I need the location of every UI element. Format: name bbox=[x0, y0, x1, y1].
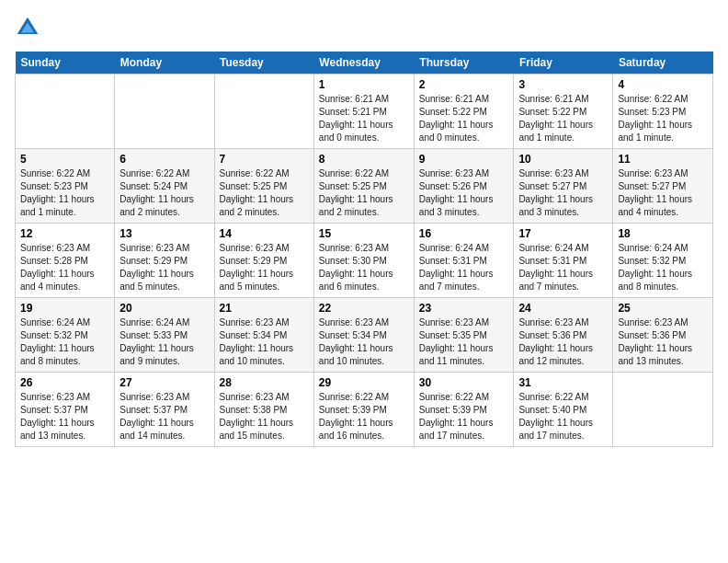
day-info: Sunrise: 6:21 AM Sunset: 5:21 PM Dayligh… bbox=[319, 93, 409, 144]
day-info: Sunrise: 6:22 AM Sunset: 5:25 PM Dayligh… bbox=[220, 167, 309, 219]
day-number: 2 bbox=[419, 78, 509, 91]
calendar-cell bbox=[214, 75, 313, 149]
calendar-week-row: 1Sunrise: 6:21 AM Sunset: 5:21 PM Daylig… bbox=[16, 75, 713, 149]
calendar-cell: 11Sunrise: 6:23 AM Sunset: 5:27 PM Dayli… bbox=[613, 149, 713, 224]
day-of-week-header: Thursday bbox=[414, 52, 514, 75]
calendar-cell: 27Sunrise: 6:23 AM Sunset: 5:37 PM Dayli… bbox=[115, 373, 214, 447]
day-number: 13 bbox=[119, 227, 209, 240]
day-of-week-header: Monday bbox=[115, 52, 214, 75]
calendar-cell: 6Sunrise: 6:22 AM Sunset: 5:24 PM Daylig… bbox=[115, 149, 214, 224]
calendar-header-row: SundayMondayTuesdayWednesdayThursdayFrid… bbox=[16, 52, 713, 75]
day-number: 1 bbox=[319, 78, 409, 91]
calendar-cell: 24Sunrise: 6:23 AM Sunset: 5:36 PM Dayli… bbox=[514, 298, 613, 373]
calendar-cell: 16Sunrise: 6:24 AM Sunset: 5:31 PM Dayli… bbox=[414, 224, 514, 298]
calendar-cell: 22Sunrise: 6:23 AM Sunset: 5:34 PM Dayli… bbox=[313, 298, 414, 373]
day-info: Sunrise: 6:22 AM Sunset: 5:23 PM Dayligh… bbox=[618, 93, 708, 144]
calendar-cell: 13Sunrise: 6:23 AM Sunset: 5:29 PM Dayli… bbox=[115, 224, 214, 298]
day-number: 22 bbox=[319, 302, 409, 315]
day-info: Sunrise: 6:23 AM Sunset: 5:35 PM Dayligh… bbox=[419, 316, 509, 368]
calendar-cell: 30Sunrise: 6:22 AM Sunset: 5:39 PM Dayli… bbox=[414, 373, 514, 447]
day-number: 29 bbox=[319, 376, 409, 389]
calendar-week-row: 19Sunrise: 6:24 AM Sunset: 5:32 PM Dayli… bbox=[16, 298, 713, 373]
day-number: 25 bbox=[618, 302, 708, 315]
day-info: Sunrise: 6:22 AM Sunset: 5:39 PM Dayligh… bbox=[419, 391, 509, 442]
day-info: Sunrise: 6:24 AM Sunset: 5:32 PM Dayligh… bbox=[20, 316, 109, 368]
calendar-cell: 18Sunrise: 6:24 AM Sunset: 5:32 PM Dayli… bbox=[613, 224, 713, 298]
calendar-cell: 21Sunrise: 6:23 AM Sunset: 5:34 PM Dayli… bbox=[214, 298, 313, 373]
day-of-week-header: Wednesday bbox=[313, 52, 414, 75]
day-info: Sunrise: 6:23 AM Sunset: 5:36 PM Dayligh… bbox=[618, 316, 708, 368]
day-of-week-header: Tuesday bbox=[214, 52, 313, 75]
calendar-cell: 4Sunrise: 6:22 AM Sunset: 5:23 PM Daylig… bbox=[613, 75, 713, 149]
calendar-table: SundayMondayTuesdayWednesdayThursdayFrid… bbox=[15, 52, 713, 447]
logo-icon bbox=[15, 15, 40, 40]
calendar-cell: 28Sunrise: 6:23 AM Sunset: 5:38 PM Dayli… bbox=[214, 373, 313, 447]
day-info: Sunrise: 6:23 AM Sunset: 5:36 PM Dayligh… bbox=[518, 316, 608, 368]
calendar-cell: 23Sunrise: 6:23 AM Sunset: 5:35 PM Dayli… bbox=[414, 298, 514, 373]
calendar-cell: 25Sunrise: 6:23 AM Sunset: 5:36 PM Dayli… bbox=[613, 298, 713, 373]
calendar-cell: 2Sunrise: 6:21 AM Sunset: 5:22 PM Daylig… bbox=[414, 75, 514, 149]
day-info: Sunrise: 6:24 AM Sunset: 5:31 PM Dayligh… bbox=[518, 242, 608, 293]
day-number: 21 bbox=[220, 302, 309, 315]
day-info: Sunrise: 6:23 AM Sunset: 5:37 PM Dayligh… bbox=[20, 391, 109, 442]
day-number: 6 bbox=[119, 153, 209, 166]
day-info: Sunrise: 6:22 AM Sunset: 5:25 PM Dayligh… bbox=[319, 167, 409, 219]
day-info: Sunrise: 6:23 AM Sunset: 5:34 PM Dayligh… bbox=[319, 316, 409, 368]
day-of-week-header: Friday bbox=[514, 52, 613, 75]
day-info: Sunrise: 6:23 AM Sunset: 5:26 PM Dayligh… bbox=[419, 167, 509, 219]
day-number: 31 bbox=[518, 376, 608, 389]
day-info: Sunrise: 6:23 AM Sunset: 5:38 PM Dayligh… bbox=[220, 391, 309, 442]
calendar-week-row: 12Sunrise: 6:23 AM Sunset: 5:28 PM Dayli… bbox=[16, 224, 713, 298]
day-info: Sunrise: 6:23 AM Sunset: 5:29 PM Dayligh… bbox=[119, 242, 209, 293]
day-number: 30 bbox=[419, 376, 509, 389]
day-info: Sunrise: 6:22 AM Sunset: 5:39 PM Dayligh… bbox=[319, 391, 409, 442]
calendar-cell: 26Sunrise: 6:23 AM Sunset: 5:37 PM Dayli… bbox=[16, 373, 115, 447]
calendar-cell: 10Sunrise: 6:23 AM Sunset: 5:27 PM Dayli… bbox=[514, 149, 613, 224]
calendar-cell: 1Sunrise: 6:21 AM Sunset: 5:21 PM Daylig… bbox=[313, 75, 414, 149]
calendar-cell: 9Sunrise: 6:23 AM Sunset: 5:26 PM Daylig… bbox=[414, 149, 514, 224]
day-number: 24 bbox=[518, 302, 608, 315]
calendar-cell: 12Sunrise: 6:23 AM Sunset: 5:28 PM Dayli… bbox=[16, 224, 115, 298]
day-info: Sunrise: 6:22 AM Sunset: 5:40 PM Dayligh… bbox=[518, 391, 608, 442]
day-info: Sunrise: 6:23 AM Sunset: 5:28 PM Dayligh… bbox=[20, 242, 109, 293]
day-number: 28 bbox=[220, 376, 309, 389]
calendar-cell: 14Sunrise: 6:23 AM Sunset: 5:29 PM Dayli… bbox=[214, 224, 313, 298]
day-number: 8 bbox=[319, 153, 409, 166]
logo bbox=[15, 15, 44, 40]
day-number: 17 bbox=[518, 227, 608, 240]
calendar-cell bbox=[16, 75, 115, 149]
day-info: Sunrise: 6:22 AM Sunset: 5:23 PM Dayligh… bbox=[20, 167, 109, 219]
day-number: 15 bbox=[319, 227, 409, 240]
day-number: 20 bbox=[119, 302, 209, 315]
calendar-cell: 29Sunrise: 6:22 AM Sunset: 5:39 PM Dayli… bbox=[313, 373, 414, 447]
day-of-week-header: Saturday bbox=[613, 52, 713, 75]
day-number: 5 bbox=[20, 153, 109, 166]
day-number: 3 bbox=[518, 78, 608, 91]
calendar-cell: 17Sunrise: 6:24 AM Sunset: 5:31 PM Dayli… bbox=[514, 224, 613, 298]
calendar-cell: 31Sunrise: 6:22 AM Sunset: 5:40 PM Dayli… bbox=[514, 373, 613, 447]
calendar-week-row: 26Sunrise: 6:23 AM Sunset: 5:37 PM Dayli… bbox=[16, 373, 713, 447]
day-info: Sunrise: 6:24 AM Sunset: 5:32 PM Dayligh… bbox=[618, 242, 708, 293]
day-info: Sunrise: 6:23 AM Sunset: 5:27 PM Dayligh… bbox=[618, 167, 708, 219]
calendar-cell: 20Sunrise: 6:24 AM Sunset: 5:33 PM Dayli… bbox=[115, 298, 214, 373]
day-number: 12 bbox=[20, 227, 109, 240]
day-info: Sunrise: 6:22 AM Sunset: 5:24 PM Dayligh… bbox=[119, 167, 209, 219]
day-number: 10 bbox=[518, 153, 608, 166]
calendar-cell: 8Sunrise: 6:22 AM Sunset: 5:25 PM Daylig… bbox=[313, 149, 414, 224]
day-number: 23 bbox=[419, 302, 509, 315]
calendar-cell: 19Sunrise: 6:24 AM Sunset: 5:32 PM Dayli… bbox=[16, 298, 115, 373]
day-info: Sunrise: 6:21 AM Sunset: 5:22 PM Dayligh… bbox=[419, 93, 509, 144]
day-number: 14 bbox=[220, 227, 309, 240]
day-info: Sunrise: 6:23 AM Sunset: 5:27 PM Dayligh… bbox=[518, 167, 608, 219]
day-number: 18 bbox=[618, 227, 708, 240]
day-info: Sunrise: 6:23 AM Sunset: 5:34 PM Dayligh… bbox=[220, 316, 309, 368]
day-number: 11 bbox=[618, 153, 708, 166]
calendar-cell: 5Sunrise: 6:22 AM Sunset: 5:23 PM Daylig… bbox=[16, 149, 115, 224]
day-info: Sunrise: 6:21 AM Sunset: 5:22 PM Dayligh… bbox=[518, 93, 608, 144]
day-of-week-header: Sunday bbox=[16, 52, 115, 75]
day-info: Sunrise: 6:24 AM Sunset: 5:33 PM Dayligh… bbox=[119, 316, 209, 368]
calendar-week-row: 5Sunrise: 6:22 AM Sunset: 5:23 PM Daylig… bbox=[16, 149, 713, 224]
day-info: Sunrise: 6:23 AM Sunset: 5:30 PM Dayligh… bbox=[319, 242, 409, 293]
day-info: Sunrise: 6:23 AM Sunset: 5:37 PM Dayligh… bbox=[119, 391, 209, 442]
calendar-cell: 7Sunrise: 6:22 AM Sunset: 5:25 PM Daylig… bbox=[214, 149, 313, 224]
